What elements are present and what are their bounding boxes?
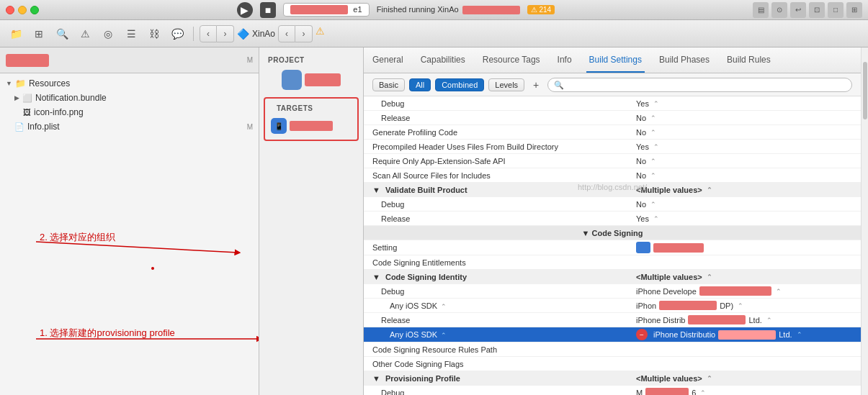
settings-search-input[interactable] — [547, 78, 852, 92]
scrollbar[interactable] — [861, 47, 868, 395]
prev-page-button[interactable]: ‹ — [278, 25, 295, 42]
sidebar-item-notification-bundle[interactable]: ▶ ⬜ Notification.bundle — [0, 91, 259, 105]
table-row[interactable]: Release Yes ⌃ — [364, 212, 861, 226]
all-filter-button[interactable]: All — [409, 78, 431, 91]
table-row[interactable]: Code Signing Resource Rules Path — [364, 342, 861, 357]
table-row[interactable]: Precompiled Header Uses Files From Build… — [364, 140, 861, 154]
target-icon[interactable]: ◎ — [98, 24, 118, 44]
debug-icon[interactable]: ⊙ — [771, 2, 787, 18]
list-icon[interactable]: ☰ — [121, 24, 141, 44]
table-row[interactable]: Debug Yes ⌃ — [364, 96, 861, 111]
table-row-group[interactable]: ▼ Provisioning Profile <Multiple values>… — [364, 371, 861, 386]
table-row[interactable]: Code Signing Entitlements — [364, 255, 861, 270]
setting-name: Generate Profiling Code — [364, 127, 630, 138]
section-header-codesigning: ▼ Code Signing — [364, 226, 861, 240]
tab-resource-tags[interactable]: Resource Tags — [480, 47, 543, 73]
annotation-2-text: 2. 选择对应的组织 — [40, 231, 115, 244]
table-row-selected[interactable]: Any iOS SDK ⌃ − iPhone Distributio Ltd. … — [364, 327, 861, 342]
scheme-selector[interactable]: e1 — [283, 3, 370, 17]
back-icon[interactable]: ↩ — [790, 2, 806, 18]
table-row[interactable]: Release No ⌃ — [364, 111, 861, 125]
scrollbar-thumb[interactable] — [863, 62, 867, 119]
file-icon: 🖼 — [23, 108, 31, 117]
setting-redacted — [653, 243, 704, 253]
setting-value: No ⌃ — [630, 112, 861, 124]
triangle-icon: ▼ — [6, 80, 12, 87]
sidebar-item-resources[interactable]: ▼ 📁 Resources — [0, 76, 259, 91]
setting-name: Code Signing Resource Rules Path — [364, 344, 630, 355]
warning-nav-icon[interactable]: ⚠ — [75, 24, 95, 44]
tab-info[interactable]: Info — [555, 47, 575, 73]
tab-build-rules[interactable]: Build Rules — [724, 47, 774, 73]
combined-filter-button[interactable]: Combined — [435, 78, 484, 91]
levels-filter-button[interactable]: Levels — [488, 78, 524, 91]
icon-info-label: icon-info.png — [34, 107, 84, 117]
setting-value: M 6 ⌃ — [630, 386, 861, 395]
source-icon[interactable]: ⛓ — [144, 24, 164, 44]
editor: General Capabilities Resource Tags Info … — [364, 47, 861, 395]
tab-capabilities[interactable]: Capabilities — [418, 47, 468, 73]
main-area: M ▼ 📁 Resources ▶ ⬜ Notification.bundle … — [0, 47, 868, 395]
run-button[interactable]: ▶ — [237, 2, 253, 18]
setting-name: Setting — [364, 242, 630, 253]
close-button[interactable] — [6, 6, 14, 14]
stop-button[interactable]: ■ — [260, 2, 276, 18]
sidebar-item-info-plist[interactable]: 📄 Info.plist M — [0, 119, 259, 134]
target-name-badge — [290, 121, 333, 131]
setting-value: Yes ⌃ — [630, 213, 861, 224]
table-row-group[interactable]: ▼ Code Signing Identity <Multiple values… — [364, 270, 861, 284]
hierarchy-icon[interactable]: ⊞ — [29, 24, 49, 44]
table-row[interactable]: Release iPhone Distrib Ltd. ⌃ — [364, 313, 861, 327]
table-row[interactable]: Other Code Signing Flags — [364, 357, 861, 371]
assistant-icon[interactable]: ⊞ — [846, 2, 862, 18]
table-row[interactable]: Generate Profiling Code No ⌃ — [364, 125, 861, 140]
chat-icon[interactable]: 💬 — [167, 24, 187, 44]
setting-value — [630, 363, 861, 366]
target-app-icon: 📱 — [271, 118, 287, 134]
forward-nav-button[interactable]: › — [217, 25, 234, 42]
table-row[interactable]: Setting — [364, 240, 861, 255]
table-row[interactable]: Require Only App-Extension-Safe API No ⌃ — [364, 154, 861, 168]
navigator-icon[interactable]: 📁 — [6, 24, 26, 44]
breadcrumb: 🔷 XinAo — [237, 28, 275, 40]
minus-icon[interactable]: − — [636, 329, 648, 340]
tab-build-phases[interactable]: Build Phases — [656, 47, 712, 73]
sidebar-badge: M — [247, 56, 253, 64]
table-row[interactable]: Debug iPhone Develope ⌃ — [364, 284, 861, 299]
table-row[interactable]: Any iOS SDK ⌃ iPhon DP) ⌃ — [364, 299, 861, 313]
basic-filter-button[interactable]: Basic — [372, 78, 405, 91]
add-setting-button[interactable]: + — [529, 78, 543, 92]
setting-name: Scan All Source Files for Includes — [364, 170, 630, 181]
target-item[interactable]: 📱 — [268, 115, 354, 137]
setting-name: Release — [364, 213, 630, 224]
table-row[interactable]: Debug No ⌃ — [364, 197, 861, 212]
next-page-button[interactable]: › — [295, 25, 313, 42]
back-nav-button[interactable]: ‹ — [200, 25, 217, 42]
status-message: Finished running XinAo — [377, 5, 520, 14]
triangle-icon: ▶ — [14, 94, 19, 101]
titlebar-center: ▶ ■ e1 Finished running XinAo ⚠ 214 — [43, 2, 748, 18]
find-icon[interactable]: 🔍 — [52, 24, 72, 44]
settings-toolbar: Basic All Combined Levels + — [364, 73, 861, 96]
editor-split-icon[interactable]: ⊡ — [809, 2, 825, 18]
setting-value: Yes ⌃ — [630, 98, 861, 109]
table-row[interactable]: Debug M 6 ⌃ — [364, 386, 861, 395]
tab-build-settings[interactable]: Build Settings — [586, 47, 645, 73]
minimize-button[interactable] — [18, 6, 27, 14]
panel-toggle-icon[interactable]: ▤ — [753, 2, 769, 18]
editor-single-icon[interactable]: □ — [828, 2, 844, 18]
plist-badge: M — [247, 123, 253, 131]
tab-general[interactable]: General — [370, 47, 406, 73]
setting-icon — [636, 242, 650, 253]
settings-table: Debug Yes ⌃ Release No ⌃ Generate Profil… — [364, 96, 861, 395]
project-item[interactable] — [259, 67, 363, 93]
maximize-button[interactable] — [30, 6, 39, 14]
table-row[interactable]: Scan All Source Files for Includes No ⌃ — [364, 168, 861, 183]
table-row-group[interactable]: ▼ Validate Built Product <Multiple value… — [364, 183, 861, 197]
setting-value: iPhone Distrib Ltd. ⌃ — [630, 314, 861, 326]
setting-name: Debug — [364, 286, 630, 297]
setting-name: Require Only App-Extension-Safe API — [364, 155, 630, 167]
sidebar-item-icon-info[interactable]: 🖼 icon-info.png — [0, 105, 259, 119]
setting-value: No ⌃ — [630, 127, 861, 138]
project-name-badge — [305, 73, 341, 86]
